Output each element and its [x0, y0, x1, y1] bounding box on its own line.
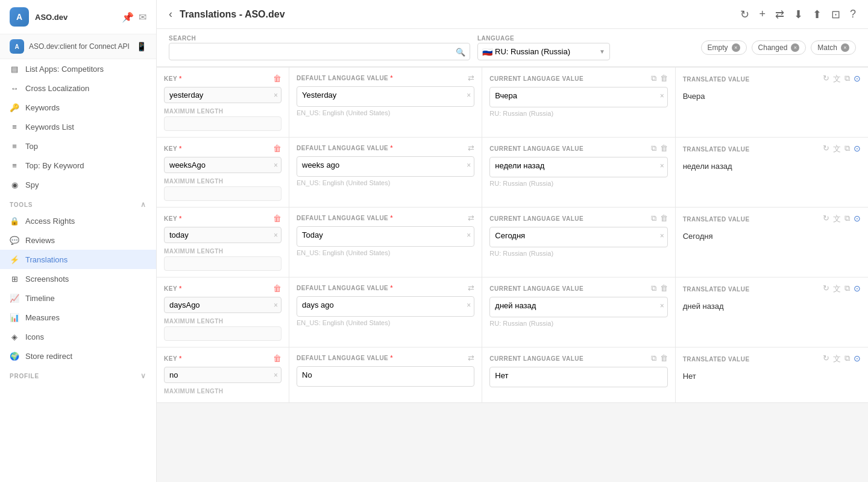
filter-empty-clear[interactable]: × [732, 43, 740, 52]
add-icon[interactable]: + [759, 8, 766, 21]
accept-icon[interactable]: ⊙ [854, 74, 861, 84]
delete-row-icon[interactable]: 🗑 [273, 214, 281, 223]
delete-current-icon[interactable]: 🗑 [660, 214, 668, 223]
current-clear-icon[interactable]: × [660, 162, 664, 170]
key-clear-icon[interactable]: × [274, 161, 278, 170]
translate-action-icon[interactable]: ⇄ [468, 74, 474, 83]
pin-icon[interactable]: 📌 [122, 11, 134, 23]
accept-icon[interactable]: ⊙ [854, 284, 861, 294]
tools-chevron[interactable]: ∧ [140, 200, 146, 209]
key-clear-icon[interactable]: × [274, 231, 278, 239]
translate-icon[interactable]: 文 [833, 354, 841, 364]
default-clear-icon[interactable]: × [467, 301, 471, 309]
max-length-input[interactable] [164, 186, 281, 201]
top-kw-icon: ≡ [10, 160, 19, 170]
delete-current-icon[interactable]: 🗑 [660, 74, 668, 83]
upload-icon[interactable]: ⬆ [813, 8, 822, 21]
copy-icon[interactable]: ⧉ [651, 284, 656, 293]
search-input[interactable] [169, 43, 470, 60]
refresh-translated-icon[interactable]: ↻ [823, 74, 829, 84]
sidebar-item-screenshots[interactable]: ⊞ Screenshots [0, 269, 156, 288]
sidebar-item-keywords[interactable]: 🔑 Keywords [0, 98, 156, 117]
sidebar-item-measures[interactable]: 📊 Measures [0, 308, 156, 327]
download-icon[interactable]: ⬇ [794, 8, 803, 21]
translate-icon[interactable]: 文 [833, 284, 841, 294]
delete-row-icon[interactable]: 🗑 [273, 284, 281, 293]
sidebar-item-list-apps[interactable]: ▤ List Apps: Competitors [0, 59, 156, 78]
copy-icon[interactable]: ⧉ [651, 354, 656, 363]
key-clear-icon[interactable]: × [274, 371, 278, 379]
sidebar-item-access-rights[interactable]: 🔒 Access Rights [0, 211, 156, 230]
delete-current-icon[interactable]: 🗑 [660, 284, 668, 293]
key-input-wrap: × [164, 297, 281, 313]
key-clear-icon[interactable]: × [274, 91, 278, 100]
filter-match[interactable]: Match × [811, 40, 856, 55]
accept-icon[interactable]: ⊙ [854, 214, 861, 224]
copy-icon[interactable]: ⧉ [651, 74, 656, 83]
default-clear-icon[interactable]: × [467, 161, 471, 170]
current-clear-icon[interactable]: × [660, 92, 664, 100]
delete-row-icon[interactable]: 🗑 [273, 354, 281, 363]
delete-current-icon[interactable]: 🗑 [660, 144, 668, 153]
copy-translated-icon[interactable]: ⧉ [844, 284, 850, 294]
key-input[interactable] [164, 87, 281, 103]
translate-action-icon[interactable]: ⇄ [468, 214, 474, 223]
copy-translated-icon[interactable]: ⧉ [844, 74, 850, 84]
current-clear-icon[interactable]: × [660, 232, 664, 240]
sidebar-item-translations[interactable]: ⚡ Translations [0, 250, 156, 269]
transfer-icon[interactable]: ⇄ [775, 8, 784, 21]
key-input[interactable] [164, 227, 281, 243]
current-clear-icon[interactable]: × [660, 302, 664, 310]
refresh-translated-icon[interactable]: ↻ [823, 214, 829, 224]
accept-icon[interactable]: ⊙ [854, 144, 861, 154]
default-clear-icon[interactable]: × [467, 91, 471, 100]
refresh-icon[interactable]: ↻ [740, 8, 749, 21]
sidebar-item-top-by-keyword[interactable]: ≡ Top: By Keyword [0, 156, 156, 175]
copy-translated-icon[interactable]: ⧉ [844, 214, 850, 224]
filter-changed[interactable]: Changed × [752, 40, 807, 55]
help-icon[interactable]: ? [850, 8, 856, 21]
sidebar-item-keywords-list[interactable]: ≡ Keywords List [0, 117, 156, 136]
key-input[interactable] [164, 297, 281, 313]
sidebar-item-timeline[interactable]: 📈 Timeline [0, 288, 156, 308]
translate-action-icon[interactable]: ⇄ [468, 144, 474, 153]
copy-translated-icon[interactable]: ⧉ [844, 354, 850, 364]
default-clear-icon[interactable]: × [467, 231, 471, 239]
translate-icon[interactable]: 文 [833, 144, 841, 154]
key-clear-icon[interactable]: × [274, 301, 278, 309]
refresh-translated-icon[interactable]: ↻ [823, 284, 829, 294]
filter-changed-clear[interactable]: × [791, 43, 799, 52]
sidebar-item-label: Keywords List [25, 122, 74, 132]
grid-icon[interactable]: ⊡ [831, 8, 840, 21]
delete-row-icon[interactable]: 🗑 [273, 144, 281, 153]
filter-match-clear[interactable]: × [841, 43, 849, 52]
copy-icon[interactable]: ⧉ [651, 214, 656, 223]
copy-translated-icon[interactable]: ⧉ [844, 144, 850, 154]
sidebar-item-cross-localization[interactable]: ↔ Cross Localization [0, 78, 156, 98]
delete-row-icon[interactable]: 🗑 [273, 74, 281, 83]
accept-icon[interactable]: ⊙ [854, 354, 861, 364]
max-length-input[interactable] [164, 326, 281, 341]
profile-chevron[interactable]: ∨ [140, 372, 146, 380]
sidebar-item-top[interactable]: ≡ Top [0, 136, 156, 156]
translate-action-icon[interactable]: ⇄ [468, 354, 474, 363]
key-input[interactable] [164, 367, 281, 383]
sidebar-item-icons[interactable]: ◈ Icons [0, 327, 156, 346]
translate-action-icon[interactable]: ⇄ [468, 284, 474, 293]
back-button[interactable]: ‹ [169, 8, 172, 21]
max-length-input[interactable] [164, 256, 281, 271]
filter-empty[interactable]: Empty × [701, 40, 747, 55]
sidebar-item-reviews[interactable]: 💬 Reviews [0, 230, 156, 250]
sidebar-item-spy[interactable]: ◉ Spy [0, 175, 156, 194]
max-length-input[interactable] [164, 116, 281, 131]
refresh-translated-icon[interactable]: ↻ [823, 144, 829, 154]
copy-icon[interactable]: ⧉ [651, 144, 656, 153]
mail-icon[interactable]: ✉ [139, 11, 146, 23]
refresh-translated-icon[interactable]: ↻ [823, 354, 829, 364]
delete-current-icon[interactable]: 🗑 [660, 354, 668, 363]
key-input[interactable] [164, 157, 281, 173]
sidebar-item-store-redirect[interactable]: 🌍 Store redirect [0, 346, 156, 366]
translate-icon[interactable]: 文 [833, 74, 841, 84]
language-select[interactable]: RU: Russian (Russia) [477, 43, 610, 60]
translate-icon[interactable]: 文 [833, 214, 841, 224]
